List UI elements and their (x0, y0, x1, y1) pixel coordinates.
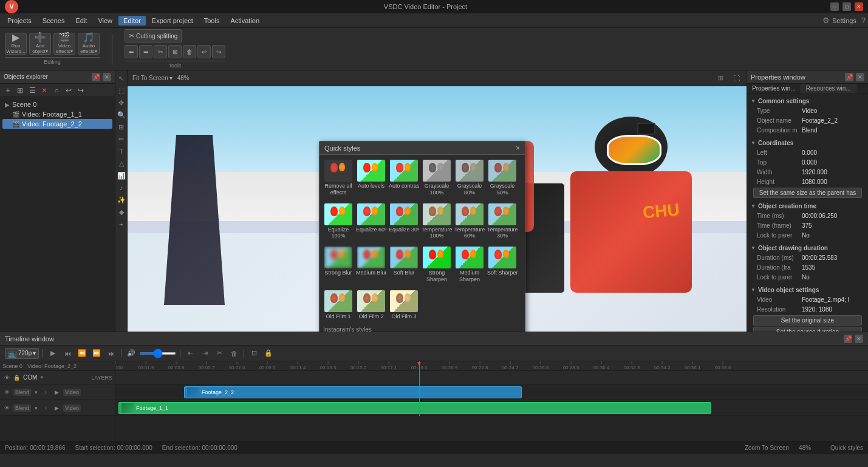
lt-move-btn[interactable]: ✥ (116, 97, 127, 108)
lt-crop-btn[interactable]: ⊞ (116, 121, 127, 132)
menu-editor[interactable]: Editor (118, 16, 146, 26)
track1-audio-btn[interactable]: ♪ (41, 388, 50, 397)
lt-pen-btn[interactable]: ✏ (116, 134, 127, 145)
timeline-close-btn[interactable]: ✕ (855, 335, 863, 343)
panel-close-btn[interactable]: ✕ (103, 73, 111, 81)
obj-add-btn[interactable]: + (2, 85, 13, 96)
clip-footage22[interactable]: Footage_2_2 (184, 386, 522, 398)
duration-header[interactable]: Object drawing duration (750, 244, 866, 253)
qs-temp30[interactable]: Temperature30% (487, 202, 518, 241)
lt-chart-btn[interactable]: 📊 (116, 170, 127, 181)
tl-volume-btn[interactable]: 🔊 (125, 348, 137, 359)
panel-pin-btn[interactable]: 📌 (92, 73, 100, 81)
track2-expand-btn[interactable]: ▶ (52, 404, 61, 412)
help-icon[interactable]: ? (861, 16, 866, 25)
qs-grayscale80[interactable]: Grayscale80% (454, 159, 485, 197)
qs-film2[interactable]: Old Film 2 (356, 289, 386, 321)
lt-effects-btn[interactable]: ✨ (116, 194, 127, 205)
obj-del-btn[interactable]: ✕ (39, 85, 50, 96)
cut-undo-btn[interactable]: ↩ (197, 45, 211, 58)
tl-stepback-btn[interactable]: ⏪ (76, 348, 88, 359)
obj-list-btn[interactable]: ☰ (27, 85, 38, 96)
obj-circle-btn[interactable]: ○ (51, 85, 62, 96)
creation-time-header[interactable]: Object creation time (750, 202, 866, 211)
cut-del-btn[interactable]: 🗑 (183, 45, 196, 58)
lt-text-btn[interactable]: T (116, 146, 127, 157)
qs-auto-contrast[interactable]: Auto contrast (389, 159, 419, 197)
fullscreen-btn[interactable]: ⛶ (731, 73, 742, 84)
close-btn[interactable]: ✕ (855, 2, 863, 11)
qs-remove-all[interactable]: Remove alleffects (323, 159, 354, 197)
quick-styles-close-btn[interactable]: × (516, 144, 520, 152)
cut-next-btn[interactable]: ➡ (139, 45, 152, 58)
tl-lock-btn[interactable]: 🔒 (262, 348, 275, 359)
lt-shape-btn[interactable]: △ (116, 158, 127, 169)
lt-arrow-btn[interactable]: ↖ (116, 73, 127, 84)
menu-view[interactable]: View (93, 16, 117, 26)
qs-eq100[interactable]: Equalize100% (323, 202, 354, 241)
lt-add-btn[interactable]: + (116, 219, 127, 230)
lt-select-btn[interactable]: ⬚ (116, 85, 127, 96)
tl-rewind-btn[interactable]: ⏮ (61, 348, 73, 359)
tree-item-scene0[interactable]: ▶ Scene 0 (2, 100, 112, 109)
qs-medium-sharp[interactable]: MediumSharpen (454, 245, 485, 284)
tree-item-footage1[interactable]: 🎬 Video: Footage_1_1 (2, 109, 112, 119)
qs-grayscale50[interactable]: Grayscale50% (487, 159, 518, 197)
qs-temp100[interactable]: Temperature100% (422, 202, 452, 241)
qs-medium-blur[interactable]: Medium Blur (356, 245, 386, 284)
lt-zoom-btn[interactable]: 🔍 (116, 109, 127, 120)
clip-footage11[interactable]: Footage_1_1 (118, 402, 711, 414)
expand-btn[interactable]: ▾ (41, 375, 43, 380)
lt-keyframe-btn[interactable]: ◆ (116, 206, 127, 217)
minimize-btn[interactable]: ─ (830, 2, 839, 11)
lock-icon[interactable]: 🔒 (12, 373, 21, 382)
run-wizard-btn[interactable]: ▶ Run Wizard... (5, 33, 27, 55)
menu-projects[interactable]: Projects (2, 16, 36, 26)
quick-styles-header[interactable]: Quick styles × (320, 141, 525, 155)
tl-stepfwd-btn[interactable]: ⏩ (91, 348, 103, 359)
tab-resources[interactable]: Resources win... (801, 84, 856, 94)
cut-prev-btn[interactable]: ⬅ (125, 45, 138, 58)
track2-eye-icon[interactable]: 👁 (2, 404, 11, 412)
maximize-btn[interactable]: □ (842, 2, 851, 11)
lt-audio-btn[interactable]: ♪ (116, 182, 127, 193)
props-pin-btn[interactable]: 📌 (845, 73, 853, 81)
settings-label[interactable]: Settings (832, 17, 856, 24)
tl-mark-in-btn[interactable]: ⇤ (184, 348, 196, 359)
tab-properties[interactable]: Properties win... (747, 84, 801, 94)
video-effects-btn[interactable]: 🎬 Videoeffects▾ (53, 33, 75, 55)
track2-audio-btn[interactable]: ♪ (41, 404, 50, 412)
tl-snap-btn[interactable]: ⊡ (248, 348, 260, 359)
volume-slider[interactable] (140, 352, 176, 355)
common-settings-header[interactable]: Common settings (750, 97, 866, 106)
menu-activation[interactable]: Activation (225, 16, 264, 26)
qs-eq60[interactable]: Equalize 60% (356, 202, 386, 241)
tl-end-btn[interactable]: ⏭ (105, 348, 117, 359)
track1-expand-btn[interactable]: ▶ (52, 388, 61, 397)
menu-export[interactable]: Export project (147, 16, 198, 26)
qs-strong-sharp[interactable]: StrongSharpen (422, 245, 452, 284)
video-settings-header[interactable]: Video object settings (750, 285, 866, 295)
eye-icon[interactable]: 👁 (2, 373, 11, 382)
tl-mark-out-btn[interactable]: ⇥ (199, 348, 211, 359)
tl-del-btn[interactable]: 🗑 (228, 348, 240, 359)
obj-redo-btn[interactable]: ↪ (75, 85, 86, 96)
qs-soft-sharp[interactable]: Soft Sharpen (487, 245, 518, 284)
cut-split-btn[interactable]: ✂ (154, 45, 167, 58)
props-close-btn[interactable]: ✕ (856, 73, 864, 81)
audio-effects-btn[interactable]: 🎵 Audioeffects▾ (78, 33, 100, 55)
qs-grayscale100[interactable]: Grayscale100% (422, 159, 452, 197)
obj-undo-btn[interactable]: ↩ (63, 85, 74, 96)
set-original-size-btn[interactable]: Set the original size (753, 315, 862, 326)
qs-film3[interactable]: Old Film 3 (389, 289, 419, 321)
add-object-btn[interactable]: ➕ Addobject▾ (29, 33, 51, 55)
tl-play-btn[interactable]: ▶ (47, 348, 59, 359)
qs-soft-blur[interactable]: Soft Blur (389, 245, 419, 284)
quality-dropdown[interactable]: 📺 720p ▾ (5, 348, 39, 359)
tl-cut-btn[interactable]: ✂ (213, 348, 225, 359)
track1-eye-icon[interactable]: 👁 (2, 388, 11, 397)
tree-item-footage2[interactable]: 🎬 Video: Footage_2_2 (2, 119, 112, 129)
qs-auto-levels[interactable]: Auto levels (356, 159, 386, 197)
timeline-pin-btn[interactable]: 📌 (844, 335, 852, 343)
cut-trim-btn[interactable]: ⊠ (168, 45, 182, 58)
